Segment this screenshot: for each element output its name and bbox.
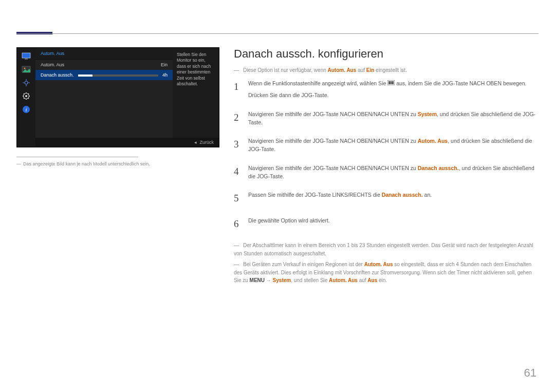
page-heading: Danach aussch. konfigurieren bbox=[234, 47, 539, 61]
monitor-icon bbox=[21, 52, 31, 60]
osd-slider bbox=[78, 74, 158, 77]
step1-text-b: aus, indem Sie die JOG-Taste NACH OBEN b… bbox=[395, 80, 526, 86]
page-number: 61 bbox=[524, 366, 536, 380]
step-number: 2 bbox=[234, 110, 241, 127]
svg-point-3 bbox=[24, 68, 26, 69]
step-6: 6 Die gewählte Option wird aktiviert. bbox=[234, 216, 539, 231]
page-content: i Autom. Aus Autom. Aus Ein Danach aussc… bbox=[16, 47, 539, 288]
intro-highlight-autom-aus: Autom. Aus bbox=[328, 67, 357, 73]
menu-icon bbox=[387, 79, 395, 87]
step3-highlight-autom-aus: Autom. Aus bbox=[418, 138, 448, 144]
step4-highlight-danach: Danach aussch. bbox=[418, 165, 459, 171]
step-3: 3 Navigieren Sie mithilfe der JOG-Taste … bbox=[234, 137, 539, 154]
osd-help-text: Stellen Sie den Monitor so ein, dass er … bbox=[173, 48, 219, 147]
dash-icon: ― bbox=[16, 161, 21, 166]
step-body: Navigieren Sie mithilfe der JOG-Taste NA… bbox=[248, 164, 539, 181]
note2-bold-menu: MENU bbox=[250, 277, 265, 283]
step-2: 2 Navigieren Sie mithilfe der JOG-Taste … bbox=[234, 110, 539, 127]
step3-text-a: Navigieren Sie mithilfe der JOG-Taste NA… bbox=[248, 138, 418, 144]
step-1: 1 Wenn die Funktionstastenhilfe angezeig… bbox=[234, 79, 539, 100]
osd-row-danach-aussch: Danach aussch. 4h bbox=[35, 70, 173, 80]
left-divider bbox=[16, 157, 138, 157]
svg-rect-1 bbox=[25, 59, 28, 60]
svg-point-4 bbox=[25, 81, 28, 84]
step-4: 4 Navigieren Sie mithilfe der JOG-Taste … bbox=[234, 164, 539, 181]
step-number: 6 bbox=[234, 216, 241, 231]
step1-text-c: Drücken Sie dann die JOG-Taste. bbox=[248, 91, 539, 99]
note2-hl-aus: Aus bbox=[367, 277, 377, 283]
info-icon: i bbox=[21, 105, 31, 114]
osd-screenshot: i Autom. Aus Autom. Aus Ein Danach aussc… bbox=[16, 47, 219, 147]
osd-back-label: Zurück bbox=[199, 140, 214, 145]
osd-row-autom-aus: Autom. Aus Ein bbox=[35, 60, 173, 70]
osd-sidebar-icons: i bbox=[17, 48, 35, 147]
step-5: 5 Passen Sie mithilfe der JOG-Taste LINK… bbox=[234, 191, 539, 206]
intro-text-b: auf bbox=[356, 67, 366, 73]
left-column: i Autom. Aus Autom. Aus Ein Danach aussc… bbox=[16, 47, 219, 288]
note1-text: Der Abschalttimer kann in einem Bereich … bbox=[234, 242, 533, 256]
intro-note: ―Diese Option ist nur verfügbar, wenn Au… bbox=[234, 67, 539, 74]
step-body: Navigieren Sie mithilfe der JOG-Taste NA… bbox=[248, 137, 539, 154]
note2-text-a: Bei Geräten zum Verkauf in einigen Regio… bbox=[243, 262, 364, 267]
note2-text-e: ein. bbox=[377, 277, 387, 283]
svg-point-6 bbox=[25, 95, 27, 97]
header-rule bbox=[16, 33, 539, 34]
intro-text-c: eingestellt ist. bbox=[374, 67, 406, 73]
note2-hl-autom-aus2: Autom. Aus bbox=[329, 277, 358, 283]
dash-icon: ― bbox=[234, 260, 243, 269]
target-icon bbox=[21, 79, 31, 87]
step2-highlight-system: System bbox=[418, 111, 437, 117]
step1-text-a: Wenn die Funktionstastenhilfe angezeigt … bbox=[248, 80, 387, 86]
step-number: 5 bbox=[234, 191, 241, 206]
note2-hl-system: System bbox=[273, 277, 291, 283]
step-number: 4 bbox=[234, 164, 241, 181]
step-body: Die gewählte Option wird aktiviert. bbox=[248, 216, 539, 231]
left-footnote: ― Das angezeigte Bild kann je nach Model… bbox=[16, 161, 219, 166]
svg-rect-10 bbox=[388, 81, 390, 84]
right-column: Danach aussch. konfigurieren ―Diese Opti… bbox=[234, 47, 539, 288]
osd-row-label: Danach aussch. bbox=[41, 72, 74, 78]
note2-arrow: → bbox=[265, 277, 273, 283]
step6-text: Die gewählte Option wird aktiviert. bbox=[248, 216, 539, 225]
left-footnote-text: Das angezeigte Bild kann je nach Modell … bbox=[23, 161, 150, 166]
intro-text-a: Diese Option ist nur verfügbar, wenn bbox=[243, 67, 328, 73]
picture-icon bbox=[21, 65, 31, 73]
osd-footer: ◂ Zurück bbox=[35, 138, 219, 147]
step5-text-a: Passen Sie mithilfe der JOG-Taste LINKS/… bbox=[248, 192, 382, 198]
osd-row-label: Autom. Aus bbox=[41, 62, 64, 67]
osd-main-panel: Autom. Aus Autom. Aus Ein Danach aussch.… bbox=[35, 48, 173, 147]
note2-hl-autom-aus: Autom. Aus bbox=[364, 262, 393, 267]
intro-highlight-ein: Ein bbox=[366, 67, 375, 73]
svg-rect-11 bbox=[391, 81, 392, 84]
step-body: Navigieren Sie mithilfe der JOG-Taste NA… bbox=[248, 110, 539, 127]
svg-rect-12 bbox=[392, 81, 394, 84]
step4-text-a: Navigieren Sie mithilfe der JOG-Taste NA… bbox=[248, 165, 418, 171]
osd-title: Autom. Aus bbox=[35, 48, 173, 60]
back-arrow-icon: ◂ bbox=[194, 140, 199, 145]
note2-text-c: , und stellen Sie bbox=[291, 277, 329, 283]
osd-row-value: 4h bbox=[162, 72, 168, 78]
osd-row-value: Ein bbox=[161, 62, 168, 67]
step5-highlight-danach: Danach aussch. bbox=[382, 192, 423, 198]
step-number: 1 bbox=[234, 79, 241, 100]
footer-notes: ―Der Abschalttimer kann in einem Bereich… bbox=[234, 241, 539, 285]
svg-text:i: i bbox=[25, 106, 27, 113]
dash-icon: ― bbox=[234, 67, 243, 74]
step2-text-a: Navigieren Sie mithilfe der JOG-Taste NA… bbox=[248, 111, 418, 117]
step5-text-b: an. bbox=[423, 192, 432, 198]
step-number: 3 bbox=[234, 137, 241, 154]
step-body: Wenn die Funktionstastenhilfe angezeigt … bbox=[248, 79, 539, 100]
dash-icon: ― bbox=[234, 241, 243, 250]
gear-icon bbox=[21, 92, 31, 100]
svg-rect-0 bbox=[22, 53, 30, 58]
step-body: Passen Sie mithilfe der JOG-Taste LINKS/… bbox=[248, 191, 539, 206]
note2-text-d: auf bbox=[358, 277, 367, 283]
